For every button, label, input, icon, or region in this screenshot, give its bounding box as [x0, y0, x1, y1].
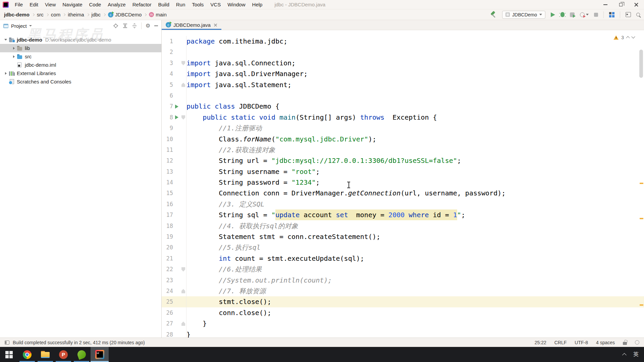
- line-number[interactable]: 10: [162, 134, 173, 144]
- layout-widget-button[interactable]: [609, 12, 614, 17]
- breadcrumb-item-src[interactable]: src: [37, 12, 44, 17]
- run-configuration-select[interactable]: JDBCDemo: [502, 11, 545, 19]
- run-line-icon[interactable]: [175, 105, 178, 109]
- breadcrumb-item-main[interactable]: mmain: [149, 12, 167, 17]
- line-number[interactable]: 19: [162, 231, 173, 242]
- tree-item-src[interactable]: src: [0, 52, 161, 61]
- code-line-16[interactable]: 16 //3. 定义SQL: [162, 199, 644, 209]
- taskbar-chrome-button[interactable]: [18, 347, 36, 362]
- code-line-5[interactable]: 5import java.sql.Statement;: [162, 79, 644, 90]
- line-number[interactable]: 14: [162, 177, 173, 188]
- fold-marker-icon[interactable]: [181, 61, 185, 65]
- file-encoding[interactable]: UTF-8: [575, 340, 588, 345]
- line-number[interactable]: 20: [162, 242, 173, 253]
- collapse-all-icon[interactable]: [132, 23, 137, 28]
- locate-file-icon[interactable]: [113, 23, 118, 28]
- code-line-26[interactable]: 26 conn.close();: [162, 307, 644, 318]
- tree-item-jdbc-demo[interactable]: jdbc-demoD:\workspace\jdbc\jdbc-demo: [0, 36, 161, 44]
- debug-button[interactable]: [560, 12, 565, 17]
- line-number[interactable]: 25: [162, 296, 173, 307]
- caret-position[interactable]: 25:22: [535, 340, 546, 345]
- line-number[interactable]: 9: [162, 123, 173, 133]
- chevron-down-icon[interactable]: [4, 39, 7, 41]
- fold-marker-icon[interactable]: [181, 321, 185, 326]
- show-hidden-icons-icon[interactable]: [622, 353, 627, 357]
- menu-code[interactable]: Code: [86, 0, 104, 9]
- warning-stripe-mark[interactable]: [640, 304, 643, 306]
- line-number[interactable]: 13: [162, 166, 173, 177]
- code-line-12[interactable]: 12 String url = "jdbc:mysql://127.0.0.1:…: [162, 155, 644, 166]
- line-number[interactable]: 22: [162, 264, 173, 275]
- code-line-14[interactable]: 14 String password = "1234";: [162, 177, 644, 188]
- minimize-button[interactable]: [598, 0, 613, 9]
- menu-run[interactable]: Run: [173, 0, 189, 9]
- line-number[interactable]: 28: [162, 329, 173, 338]
- code-line-15[interactable]: 15 Connection conn = DriverManager.getCo…: [162, 188, 644, 198]
- menu-vcs[interactable]: VCS: [207, 0, 224, 9]
- next-warning-icon[interactable]: [631, 35, 635, 39]
- line-separator[interactable]: CRLF: [554, 340, 567, 345]
- breadcrumb-item-jdbc-demo[interactable]: jdbc-demo: [4, 12, 30, 17]
- hide-panel-icon[interactable]: [154, 25, 158, 26]
- line-number[interactable]: 26: [162, 307, 173, 318]
- menu-edit[interactable]: Edit: [26, 0, 42, 9]
- line-number[interactable]: 18: [162, 221, 173, 231]
- search-everywhere-icon[interactable]: [636, 13, 640, 16]
- inspections-widget[interactable]: 3: [613, 35, 635, 40]
- ime-indicator[interactable]: 英: [633, 351, 639, 358]
- line-number[interactable]: 11: [162, 144, 173, 155]
- tab-jdbcdemo-java[interactable]: c JDBCDemo.java: [162, 20, 221, 30]
- code-line-4[interactable]: 4import java.sql.DriverManager;: [162, 68, 644, 79]
- menu-refactor[interactable]: Refactor: [129, 0, 155, 9]
- taskbar-intellij-button[interactable]: [91, 347, 109, 362]
- tool-windows-icon[interactable]: [5, 341, 9, 345]
- close-tab-icon[interactable]: [214, 23, 217, 27]
- breadcrumb-item-itheima[interactable]: itheima: [68, 12, 84, 17]
- code-line-28[interactable]: 28}: [162, 329, 644, 338]
- chevron-right-icon[interactable]: [13, 55, 15, 58]
- code-line-8[interactable]: 8 public static void main(String[] args)…: [162, 112, 644, 123]
- line-number[interactable]: 6: [162, 90, 173, 101]
- fold-marker-icon[interactable]: [181, 267, 185, 272]
- code-line-22[interactable]: 22 //6.处理结果: [162, 264, 644, 275]
- chevron-right-icon[interactable]: [13, 47, 15, 50]
- taskbar-powerpoint-button[interactable]: P: [54, 347, 72, 362]
- line-number[interactable]: 27: [162, 318, 173, 329]
- code-line-3[interactable]: 3import java.sql.Connection;: [162, 58, 644, 68]
- prev-warning-icon[interactable]: [626, 36, 630, 40]
- breadcrumb-item-com[interactable]: com: [51, 12, 60, 17]
- line-number[interactable]: 1: [162, 36, 173, 47]
- breadcrumb-item-jdbcdemo[interactable]: cJDBCDemo: [108, 12, 142, 17]
- line-number[interactable]: 4: [162, 68, 173, 79]
- coverage-button[interactable]: [570, 12, 575, 17]
- tree-item-scratches-and-consoles[interactable]: Scratches and Consoles: [0, 77, 161, 86]
- code-line-18[interactable]: 18 //4. 获取执行sql的对象: [162, 221, 644, 231]
- menu-navigate[interactable]: Navigate: [59, 0, 86, 9]
- taskbar-start-button[interactable]: [0, 347, 18, 362]
- build-hammer-icon[interactable]: [490, 11, 497, 18]
- code-line-23[interactable]: 23 //System.out.println(count);: [162, 275, 644, 286]
- line-number[interactable]: 23: [162, 275, 173, 286]
- editor-body[interactable]: 1package com.itheima.jdbc;23import java.…: [162, 30, 644, 338]
- menu-analyze[interactable]: Analyze: [104, 0, 129, 9]
- line-number[interactable]: 17: [162, 209, 173, 220]
- line-number[interactable]: 3: [162, 58, 173, 68]
- code-line-7[interactable]: 7public class JDBCDemo {: [162, 101, 644, 112]
- line-number[interactable]: 8: [162, 112, 173, 123]
- line-number[interactable]: 15: [162, 188, 173, 198]
- expand-all-icon[interactable]: [122, 23, 128, 28]
- code-line-1[interactable]: 1package com.itheima.jdbc;: [162, 36, 644, 47]
- stop-button[interactable]: [594, 13, 598, 17]
- breadcrumb-item-jdbc[interactable]: jdbc: [92, 12, 101, 17]
- close-button[interactable]: [629, 0, 644, 9]
- code-line-25[interactable]: 25 stmt.close();: [162, 296, 644, 307]
- line-number[interactable]: 21: [162, 253, 173, 264]
- tree-item-external-libraries[interactable]: External Libraries: [0, 69, 161, 77]
- code-line-6[interactable]: 6: [162, 90, 644, 101]
- fold-marker-icon[interactable]: [181, 83, 185, 87]
- project-panel-title[interactable]: Project: [11, 23, 27, 29]
- code-line-21[interactable]: 21 int count = stmt.executeUpdate(sql);: [162, 253, 644, 264]
- code-line-11[interactable]: 11 //2.获取连接对象: [162, 144, 644, 155]
- menu-file[interactable]: File: [11, 0, 26, 9]
- line-number[interactable]: 2: [162, 47, 173, 57]
